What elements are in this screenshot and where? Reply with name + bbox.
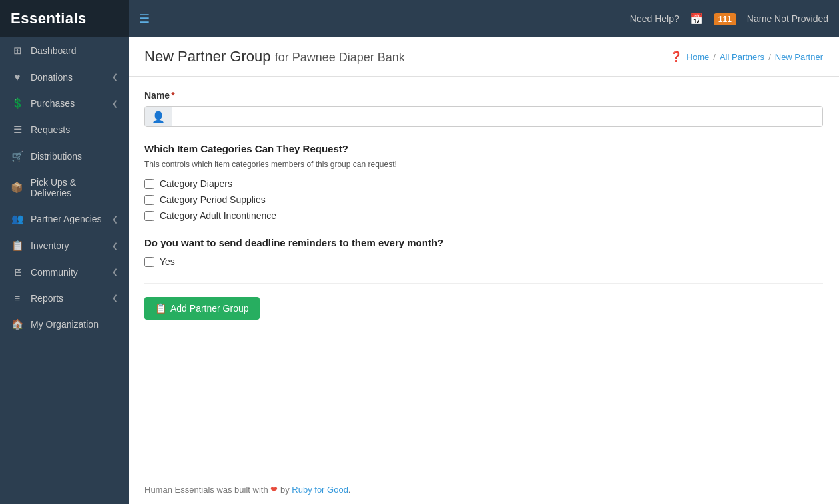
page-header: New Partner Group for Pawnee Diaper Bank… — [129, 37, 839, 77]
chevron-icon: ❮ — [112, 99, 118, 108]
breadcrumb: ❓ Home / All Partners / New Partner — [670, 51, 823, 63]
name-input-group: 👤 — [144, 106, 823, 127]
sidebar-item-label: Reports — [31, 293, 63, 304]
heart-icon: ❤ — [270, 485, 278, 495]
sidebar-item-reports[interactable]: ≡ Reports ❮ — [0, 285, 129, 311]
category-period-label[interactable]: Category Period Supplies — [160, 194, 266, 205]
deadline-yes-item: Yes — [144, 256, 823, 267]
topbar-right: Need Help? 📅 111 Name Not Provided — [630, 13, 828, 25]
sidebar-item-label: Community — [31, 267, 78, 278]
notification-badge[interactable]: 111 — [714, 13, 736, 24]
donations-icon: ♥ — [11, 71, 24, 83]
category-diapers-item: Category Diapers — [144, 178, 823, 189]
inventory-icon: 📋 — [11, 240, 24, 252]
topbar: ☰ Need Help? 📅 111 Name Not Provided — [129, 0, 839, 37]
deadline-yes-checkbox[interactable] — [144, 257, 154, 267]
my-organization-icon: 🏠 — [11, 318, 24, 330]
sidebar-item-pickups[interactable]: 📦 Pick Ups & Deliveries — [0, 170, 129, 206]
categories-subtitle: This controls which item categories memb… — [144, 160, 823, 169]
main-content: New Partner Group for Pawnee Diaper Bank… — [129, 37, 839, 504]
reports-icon: ≡ — [11, 292, 24, 304]
deadline-section: Do you want to send deadline reminders t… — [144, 237, 823, 267]
hamburger-icon[interactable]: ☰ — [139, 11, 150, 26]
deadline-title: Do you want to send deadline reminders t… — [144, 237, 823, 248]
add-partner-group-button[interactable]: 📋 Add Partner Group — [144, 297, 260, 320]
chevron-icon: ❮ — [112, 73, 118, 81]
sidebar: Essentials ⊞ Dashboard ♥ Donations ❮ 💲 P… — [0, 0, 129, 504]
sidebar-item-community[interactable]: 🖥 Community ❮ — [0, 259, 129, 285]
sidebar-item-label: Distributions — [31, 151, 82, 162]
name-input[interactable] — [172, 107, 822, 126]
footer: Human Essentials was built with ❤ by Rub… — [129, 475, 839, 504]
sidebar-item-requests[interactable]: ☰ Requests — [0, 117, 129, 143]
table-icon: 📋 — [155, 303, 166, 314]
sidebar-item-purchases[interactable]: 💲 Purchases ❮ — [0, 90, 129, 117]
help-question-icon: ❓ — [670, 51, 683, 63]
breadcrumb-all-partners[interactable]: All Partners — [720, 52, 764, 62]
calendar-icon[interactable]: 📅 — [690, 13, 703, 25]
chevron-icon: ❮ — [112, 294, 118, 302]
categories-title: Which Item Categories Can They Request? — [144, 143, 823, 154]
add-partner-group-label: Add Partner Group — [170, 303, 249, 314]
sidebar-item-label: Inventory — [31, 240, 69, 251]
category-period-item: Category Period Supplies — [144, 194, 823, 205]
category-diapers-label[interactable]: Category Diapers — [160, 178, 232, 189]
sidebar-item-label: Dashboard — [31, 45, 77, 56]
sidebar-item-distributions[interactable]: 🛒 Distributions — [0, 143, 129, 170]
category-adult-label[interactable]: Category Adult Incontinence — [160, 210, 276, 221]
sidebar-item-label: My Organization — [31, 319, 99, 330]
sidebar-item-donations[interactable]: ♥ Donations ❮ — [0, 64, 129, 90]
requests-icon: ☰ — [11, 124, 24, 136]
sidebar-item-dashboard[interactable]: ⊞ Dashboard — [0, 37, 129, 64]
deadline-yes-label[interactable]: Yes — [160, 256, 175, 267]
category-adult-checkbox[interactable] — [144, 211, 154, 221]
sidebar-item-partner-agencies[interactable]: 👥 Partner Agencies ❮ — [0, 206, 129, 232]
purchases-icon: 💲 — [11, 97, 24, 109]
category-adult-item: Category Adult Incontinence — [144, 210, 823, 221]
user-icon: 👤 — [145, 107, 172, 126]
chevron-icon: ❮ — [112, 215, 118, 224]
ruby-for-good-link[interactable]: Ruby for Good — [292, 485, 348, 495]
footer-text-before: Human Essentials was built with — [144, 485, 268, 495]
breadcrumb-home[interactable]: Home — [687, 52, 710, 62]
pickups-icon: 📦 — [11, 182, 24, 194]
name-label: Name* — [144, 90, 823, 101]
sidebar-item-label: Pick Ups & Deliveries — [31, 177, 118, 198]
sidebar-item-label: Purchases — [31, 98, 75, 109]
categories-section: Which Item Categories Can They Request? … — [144, 143, 823, 221]
dashboard-icon: ⊞ — [11, 45, 24, 57]
sidebar-item-label: Donations — [31, 72, 73, 83]
category-diapers-checkbox[interactable] — [144, 179, 154, 189]
breadcrumb-sep2: / — [768, 52, 771, 62]
community-icon: 🖥 — [11, 266, 24, 278]
partner-agencies-icon: 👥 — [11, 213, 24, 225]
notification-count: 111 — [714, 13, 736, 25]
chevron-icon: ❮ — [112, 242, 118, 250]
form-content: Name* 👤 Which Item Categories Can They R… — [129, 77, 839, 475]
sidebar-item-my-organization[interactable]: 🏠 My Organization — [0, 311, 129, 338]
app-logo: Essentials — [0, 0, 129, 37]
name-section: Name* 👤 — [144, 90, 823, 127]
sidebar-item-label: Partner Agencies — [31, 214, 102, 224]
user-name: Name Not Provided — [747, 13, 828, 24]
category-period-checkbox[interactable] — [144, 195, 154, 205]
footer-text-middle: by — [280, 485, 290, 495]
footer-period: . — [348, 485, 351, 495]
distributions-icon: 🛒 — [11, 150, 24, 162]
chevron-icon: ❮ — [112, 268, 118, 276]
page-title: New Partner Group for Pawnee Diaper Bank — [144, 48, 405, 65]
need-help-link[interactable]: Need Help? — [630, 13, 679, 24]
form-divider — [144, 283, 823, 284]
sidebar-item-label: Requests — [31, 125, 70, 135]
breadcrumb-sep: / — [713, 52, 716, 62]
sidebar-item-inventory[interactable]: 📋 Inventory ❮ — [0, 232, 129, 259]
breadcrumb-current: New Partner — [775, 52, 823, 62]
